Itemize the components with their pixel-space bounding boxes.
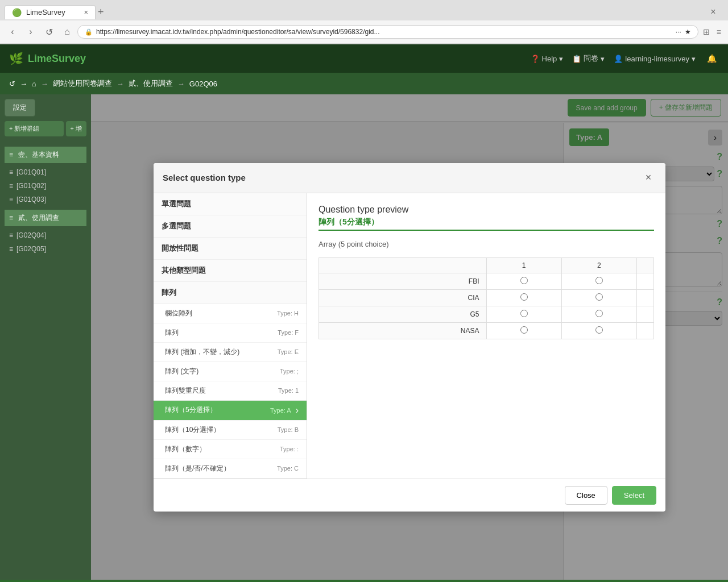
question-type-preview: Question type preview 陣列（5分選擇） Array (5 … <box>307 193 665 479</box>
item-col-array[interactable]: 欄位陣列 Type: H <box>154 304 307 323</box>
select-button[interactable]: Select <box>612 486 656 505</box>
help-icon: ❓ <box>531 55 540 63</box>
extensions-button[interactable]: ⊞ <box>701 25 712 39</box>
preview-divider <box>318 230 654 231</box>
item-array-text[interactable]: 陣列 (文字) Type: ; <box>154 362 307 381</box>
tab-title: LimeSurvey <box>26 8 65 16</box>
row-nasa-label: NASA <box>319 322 487 339</box>
table-row: FBI <box>319 273 654 289</box>
preview-description: Array (5 point choice) <box>318 240 654 248</box>
refresh-button[interactable]: ↺ <box>41 24 57 40</box>
home-button[interactable]: ⌂ <box>59 24 75 40</box>
new-group-button[interactable]: + 新增群組 <box>5 121 64 136</box>
item-array-10[interactable]: 陣列（10分選擇） Type: B <box>154 421 307 440</box>
sidebar-item-g02q05[interactable]: ≡ [G02Q05] <box>5 242 86 256</box>
item-array-5[interactable]: 陣列（5分選擇） Type: A › <box>154 401 307 421</box>
table-row: NASA <box>319 322 654 339</box>
item-array-num-label: 陣列（數字） <box>165 444 206 454</box>
item-array-inc-label: 陣列 (增加，不變，減少) <box>165 347 239 357</box>
preview-title: Question type preview <box>318 205 654 215</box>
row-cia-radio-2[interactable] <box>561 289 636 306</box>
preview-col-1: 1 <box>486 257 561 273</box>
breadcrumb-arrow-3: → <box>177 80 185 88</box>
sidebar-item-g01q01[interactable]: ≡ [G01Q01] <box>5 165 86 179</box>
cat-single-label: 單選問題 <box>162 199 191 208</box>
active-tab: 🟢 LimeSurvey × <box>5 5 96 19</box>
cat-array[interactable]: 陣列 <box>154 282 307 304</box>
new-tab-button[interactable]: + <box>98 6 104 18</box>
table-row: G5 <box>319 306 654 322</box>
cat-single[interactable]: 單選問題 <box>154 193 307 215</box>
item-array-10-type: Type: B <box>278 426 299 433</box>
app-header: 🌿 LimeSurvey ❓ Help ▾ 📋 問卷 ▾ 👤 learning-… <box>0 44 728 73</box>
survey-button[interactable]: 📋 問卷 ▾ <box>572 53 605 64</box>
cat-other[interactable]: 其他類型問題 <box>154 260 307 282</box>
forward-button[interactable]: › <box>23 24 39 40</box>
breadcrumb-item-2[interactable]: G02Q06 <box>189 80 217 88</box>
section-basic-drag: ≡ <box>9 151 13 159</box>
cat-open[interactable]: 開放性問題 <box>154 238 307 260</box>
item-col-array-label: 欄位陣列 <box>165 309 192 318</box>
row-fbi-extra <box>637 273 654 289</box>
breadcrumb-home-icon[interactable]: ⌂ <box>32 80 36 88</box>
close-browser-button[interactable]: × <box>705 4 721 20</box>
item-array-f[interactable]: 陣列 Type: F <box>154 323 307 343</box>
help-label: Help <box>542 55 557 63</box>
item-array-f-type: Type: F <box>278 329 299 336</box>
row-g5-label: G5 <box>319 306 487 322</box>
address-bar[interactable]: 🔒 https://limesurvey.imacat.idv.tw/index… <box>77 25 698 39</box>
cat-multi[interactable]: 多選問題 <box>154 215 307 238</box>
item-array-text-type: Type: ; <box>280 368 299 375</box>
user-button[interactable]: 👤 learning-limesurvey ▾ <box>614 55 696 63</box>
section-basic-label: 壹、基本資料 <box>18 151 59 159</box>
tab-close-button[interactable]: × <box>84 8 88 16</box>
notification-button[interactable]: 🔔 <box>705 52 719 65</box>
item-array-dual[interactable]: 陣列雙重尺度 Type: 1 <box>154 381 307 401</box>
row-fbi-radio-2[interactable] <box>561 273 636 289</box>
back-button[interactable]: ‹ <box>5 24 20 40</box>
section-basic: ≡ 壹、基本資料 <box>5 147 86 163</box>
bookmark-icon[interactable]: ★ <box>685 28 691 36</box>
row-g5-radio-2[interactable] <box>561 306 636 322</box>
preview-table: 1 2 FBI <box>318 257 654 339</box>
row-nasa-radio-2[interactable] <box>561 322 636 339</box>
item-array-10-label: 陣列（10分選擇） <box>165 425 220 435</box>
lock-icon: 🔒 <box>85 28 93 36</box>
drag-handle-icon: ≡ <box>9 196 13 203</box>
row-fbi-radio-1[interactable] <box>486 273 561 289</box>
item-array-num-type: Type: : <box>280 446 299 452</box>
dialog-close-button[interactable]: × <box>640 170 656 186</box>
sidebar-item-g01q02[interactable]: ≡ [G01Q02] <box>5 179 86 193</box>
sidebar-item-g01q03[interactable]: ≡ [G01Q03] <box>5 193 86 206</box>
user-label: learning-limesurvey <box>625 55 689 63</box>
item-array-yn[interactable]: 陣列（是/否/不確定） Type: C <box>154 459 307 479</box>
item-array-f-label: 陣列 <box>165 328 179 338</box>
close-button[interactable]: Close <box>565 486 607 505</box>
row-g5-radio-1[interactable] <box>486 306 561 322</box>
breadcrumb-item-1[interactable]: 貳、使用調查 <box>129 78 173 89</box>
app-logo: LimeSurvey <box>28 53 86 65</box>
item-array-yn-label: 陣列（是/否/不確定） <box>165 464 230 473</box>
item-array-yn-type: Type: C <box>277 465 299 472</box>
item-label-g02q04: [G02Q04] <box>16 231 46 239</box>
item-array-inc[interactable]: 陣列 (增加，不變，減少) Type: E <box>154 343 307 362</box>
breadcrumb-item-0[interactable]: 網站使用問卷調查 <box>53 78 112 89</box>
item-array-dual-type: Type: 1 <box>278 387 299 394</box>
row-cia-extra <box>637 289 654 306</box>
sidebar-item-g02q04[interactable]: ≡ [G02Q04] <box>5 228 86 242</box>
menu-button[interactable]: ≡ <box>714 25 723 39</box>
more-options-icon[interactable]: ··· <box>676 28 681 36</box>
row-nasa-radio-1[interactable] <box>486 322 561 339</box>
dialog-footer: Close Select <box>154 479 665 512</box>
item-array-5-label: 陣列（5分選擇） <box>165 405 217 415</box>
settings-button[interactable]: 設定 <box>5 99 35 117</box>
item-label-g02q05: [G02Q05] <box>16 245 46 253</box>
item-array-num[interactable]: 陣列（數字） Type: : <box>154 440 307 459</box>
help-button[interactable]: ❓ Help ▾ <box>531 55 564 63</box>
row-g5-extra <box>637 306 654 322</box>
add-item-button[interactable]: + 增 <box>66 121 86 136</box>
main-area: 設定 + 新增群組 + 增 ≡ 壹、基本資料 ≡ [G01Q01] ≡ [G01… <box>0 94 728 580</box>
cat-open-label: 開放性問題 <box>162 244 198 252</box>
row-cia-radio-1[interactable] <box>486 289 561 306</box>
user-dropdown-icon: ▾ <box>692 55 696 63</box>
